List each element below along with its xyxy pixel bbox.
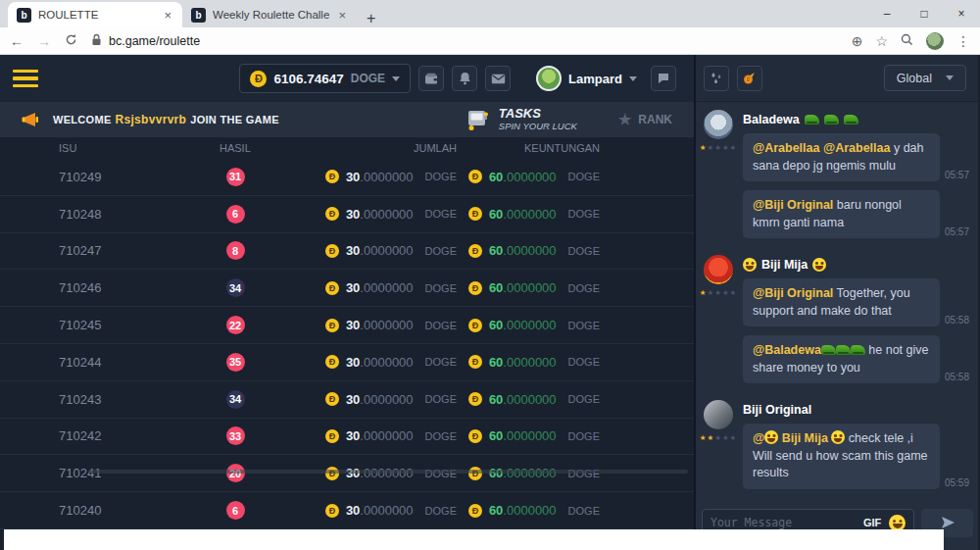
doge-coin-icon <box>468 319 482 332</box>
wallet-button[interactable] <box>418 66 444 91</box>
table-row[interactable]: 710243 34 30.0000000 DOGE 60.0000000 DOG… <box>0 381 694 419</box>
gif-button[interactable]: GIF <box>863 517 881 528</box>
table-row[interactable]: 710248 6 30.0000000 DOGE 60.0000000 DOGE <box>0 196 694 233</box>
profit-amount: 60.0000000 <box>489 280 557 295</box>
zoom-icon[interactable]: ⊕ <box>852 34 863 48</box>
profit-amount: 60.0000000 <box>489 392 557 407</box>
search-icon[interactable] <box>901 33 913 48</box>
forward-icon[interactable]: → <box>37 34 51 48</box>
rating-star-icon: ★ <box>714 144 721 152</box>
tab-close-icon[interactable]: × <box>336 8 348 23</box>
chevron-down-icon <box>629 76 637 81</box>
result-badge: 35 <box>226 353 245 372</box>
table-row[interactable]: 710242 33 30.0000000 DOGE 60.0000000 DOG… <box>0 419 694 456</box>
balance-amount: 6106.74647 <box>273 72 343 86</box>
chat-avatar[interactable] <box>704 400 733 429</box>
rating-star-icon: ★ <box>714 434 721 442</box>
mention[interactable]: @Arabellaa <box>753 141 819 155</box>
chat-group: ★★★★★ Baladewa @Arabellaa @Arabellaa y d… <box>696 104 978 249</box>
new-tab-button[interactable]: + <box>367 10 375 27</box>
coin-drop-button[interactable]: Ð <box>737 66 762 91</box>
mention[interactable]: @ <box>753 431 764 445</box>
rating-star-icon: ★ <box>707 144 713 152</box>
mention[interactable]: @Arabellaa <box>823 141 890 155</box>
notifications-button[interactable] <box>452 66 477 91</box>
chat-room-select[interactable]: Global <box>884 65 966 91</box>
wallet-icon <box>424 73 439 85</box>
tab-roulette[interactable]: b ROULETTE × <box>8 2 182 27</box>
rating-star-icon: ★ <box>700 289 707 297</box>
mention[interactable]: Biji Mija <box>778 431 831 445</box>
table-row[interactable]: 710249 31 30.0000000 DOGE 60.0000000 DOG… <box>0 159 694 196</box>
table-row[interactable]: 710246 34 30.0000000 DOGE 60.0000000 DOG… <box>0 270 694 307</box>
chat-toggle-button[interactable] <box>651 66 676 91</box>
profit-amount: 60.0000000 <box>489 503 557 518</box>
emoji-picker-icon[interactable] <box>889 515 906 531</box>
mention[interactable]: @Baladewa <box>753 343 821 357</box>
bet-issue: 710247 <box>59 243 196 258</box>
currency-label: DOGE <box>568 430 600 442</box>
column-jumlah: JUMLAH <box>274 142 457 154</box>
user-rating: ★★★★★ <box>700 289 737 297</box>
chat-message-row: @Baladewa he not give share money to you… <box>743 335 969 383</box>
rating-star-icon: ★ <box>707 289 713 297</box>
doge-coin-icon <box>468 207 482 221</box>
user-avatar[interactable] <box>536 66 562 91</box>
url-text[interactable]: bc.game/roulette <box>109 34 200 48</box>
username: Lampard <box>568 72 622 86</box>
back-icon[interactable]: ← <box>10 34 24 48</box>
table-row[interactable]: 710241 20 30.0000000 DOGE 60.0000000 DOG… <box>0 455 694 492</box>
table-row[interactable]: 710245 22 30.0000000 DOGE 60.0000000 DOG… <box>0 307 694 344</box>
bet-issue: 710243 <box>59 392 196 407</box>
chat-toggle-icon <box>657 72 670 85</box>
tab-close-icon[interactable]: × <box>162 8 173 23</box>
megaphone-icon <box>22 111 41 128</box>
chat-username[interactable]: Biji Original <box>743 403 969 417</box>
rain-icon <box>710 72 723 84</box>
chat-message-row: @Arabellaa @Arabellaa y dah sana depo jg… <box>743 133 969 181</box>
user-menu[interactable]: Lampard <box>536 66 637 91</box>
bookmark-icon[interactable]: ☆ <box>875 34 888 48</box>
profit-amount: 60.0000000 <box>489 428 557 443</box>
chat-username[interactable]: Baladewa <box>743 113 969 126</box>
reload-icon[interactable] <box>65 33 77 48</box>
doge-coin-icon <box>468 504 482 518</box>
rank-link[interactable]: ★ RANK <box>618 111 672 128</box>
mail-icon <box>491 74 506 84</box>
chat-header: Ð Global <box>696 55 978 102</box>
mention[interactable]: @Biji Original <box>753 198 833 212</box>
browser-profile-avatar[interactable] <box>926 32 944 50</box>
chat-message-row: @ Biji Mija check tele ,i Will send u ho… <box>743 424 969 489</box>
tab-weekly-challenge[interactable]: b Weekly Roulette Challenge - Wi × <box>182 2 357 27</box>
table-row[interactable]: 710247 8 30.0000000 DOGE 60.0000000 DOGE <box>0 233 694 271</box>
maximize-button[interactable]: □ <box>906 7 943 21</box>
tasks-link[interactable]: TASKS SPIN YOUR LUCK <box>465 107 577 132</box>
menu-icon[interactable] <box>13 70 38 88</box>
doge-coin-icon <box>325 207 339 221</box>
chat-username[interactable]: Biji Mija <box>743 258 969 272</box>
mention[interactable]: @Biji Original <box>753 286 833 300</box>
green-car-emoji <box>821 345 836 355</box>
profit-amount: 60.0000000 <box>489 318 557 332</box>
minimize-button[interactable]: – <box>868 7 906 21</box>
chat-avatar[interactable] <box>704 255 733 284</box>
browser-menu-icon[interactable]: ⋮ <box>956 34 970 48</box>
table-row[interactable]: 710244 35 30.0000000 DOGE 60.0000000 DOG… <box>0 344 694 381</box>
bet-amount: 30.0000000 <box>346 318 414 332</box>
table-row[interactable]: 710240 6 30.0000000 DOGE 60.0000000 DOGE <box>0 492 694 529</box>
laugh-emoji <box>743 258 757 272</box>
chat-sidebar: Ð Global ★★★★★ Baladewa @Arabellaa @Arab… <box>696 55 978 550</box>
address-bar[interactable]: bc.game/roulette <box>91 32 838 50</box>
chat-bubble: @Baladewa he not give share money to you <box>743 335 940 383</box>
inbox-button[interactable] <box>485 66 511 91</box>
username-text: Biji Mija <box>761 258 808 272</box>
bet-amount: 30.0000000 <box>346 503 414 518</box>
balance-selector[interactable]: 6106.74647 DOGE <box>239 64 411 93</box>
browser-tabstrip: b ROULETTE × b Weekly Roulette Challenge… <box>0 0 980 27</box>
green-car-emoji <box>805 115 819 125</box>
chat-avatar[interactable] <box>704 110 733 139</box>
rain-button[interactable] <box>704 66 729 91</box>
close-window-button[interactable]: × <box>943 7 980 21</box>
horizontal-scrollbar[interactable] <box>88 470 688 474</box>
message-input[interactable] <box>710 516 856 529</box>
